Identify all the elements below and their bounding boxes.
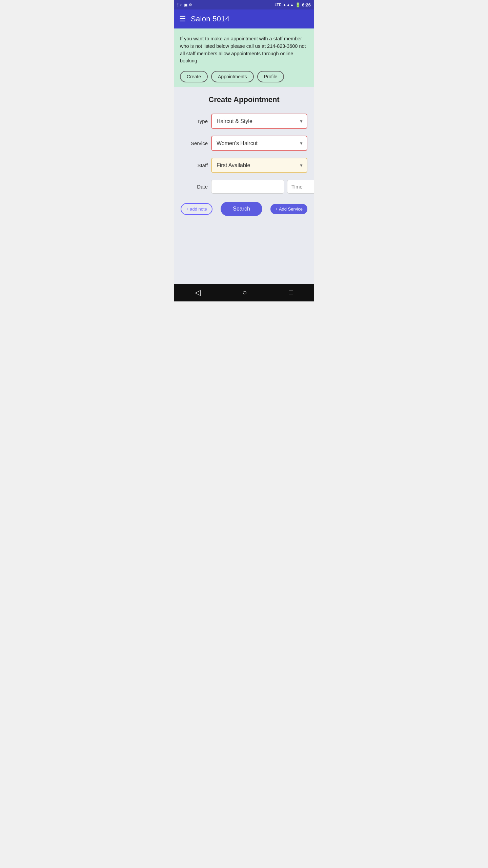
square-icon: ▣ <box>184 3 187 7</box>
service-row: Service Women's Haircut Men's Haircut Ch… <box>181 136 307 151</box>
type-select[interactable]: Haircut & Style Color Treatment Other <box>211 114 307 129</box>
service-select[interactable]: Women's Haircut Men's Haircut Children's… <box>211 136 307 151</box>
signal-icon: ▲▲▲ <box>283 3 294 7</box>
date-row: Date <box>181 180 307 194</box>
profile-button[interactable]: Profile <box>257 71 284 82</box>
search-button[interactable]: Search <box>221 202 262 216</box>
back-nav-icon[interactable]: ◁ <box>195 288 201 297</box>
status-bar: ! ○ ▣ ⚙ LTE ▲▲▲ 🔋 6:26 <box>174 0 314 9</box>
app-header: ☰ Salon 5014 <box>174 9 314 28</box>
time-input[interactable] <box>287 180 314 194</box>
type-label: Type <box>181 118 208 124</box>
create-appointment-form: Create Appointment Type Haircut & Style … <box>174 87 314 284</box>
network-indicator: LTE <box>274 3 281 7</box>
form-title: Create Appointment <box>181 95 307 104</box>
type-select-wrapper: Haircut & Style Color Treatment Other <box>211 114 307 129</box>
date-label: Date <box>181 184 208 190</box>
action-bar: + add note Search + Add Service <box>181 202 307 216</box>
create-button[interactable]: Create <box>180 71 208 82</box>
banner-button-group: Create Appointments Profile <box>180 71 308 82</box>
gear-icon: ⚙ <box>189 3 192 7</box>
info-banner: If you want to make an appointment with … <box>174 28 314 87</box>
staff-row: Staff First Available Stylist 1 Stylist … <box>181 158 307 173</box>
appointments-button[interactable]: Appointments <box>211 71 254 82</box>
type-row: Type Haircut & Style Color Treatment Oth… <box>181 114 307 129</box>
recents-nav-icon[interactable]: □ <box>289 288 293 297</box>
date-inputs-group <box>211 180 314 194</box>
date-input[interactable] <box>211 180 284 194</box>
add-service-button[interactable]: + Add Service <box>270 204 307 214</box>
app-title: Salon 5014 <box>191 15 229 23</box>
status-right-icons: LTE ▲▲▲ 🔋 6:26 <box>274 2 311 7</box>
bottom-nav-bar: ◁ ○ □ <box>174 284 314 301</box>
staff-label: Staff <box>181 162 208 168</box>
service-label: Service <box>181 140 208 146</box>
clock-time: 6:26 <box>302 2 311 7</box>
battery-icon: 🔋 <box>295 2 301 7</box>
service-select-wrapper: Women's Haircut Men's Haircut Children's… <box>211 136 307 151</box>
staff-select-wrapper: First Available Stylist 1 Stylist 2 Styl… <box>211 158 307 173</box>
status-left-icons: ! ○ ▣ ⚙ <box>177 2 192 7</box>
exclamation-icon: ! <box>177 2 179 7</box>
home-nav-icon[interactable]: ○ <box>242 288 247 297</box>
info-banner-text: If you want to make an appointment with … <box>180 35 308 65</box>
circle-icon: ○ <box>180 2 183 7</box>
add-note-button[interactable]: + add note <box>181 203 212 215</box>
staff-select[interactable]: First Available Stylist 1 Stylist 2 Styl… <box>211 158 307 173</box>
hamburger-menu-icon[interactable]: ☰ <box>179 15 186 23</box>
